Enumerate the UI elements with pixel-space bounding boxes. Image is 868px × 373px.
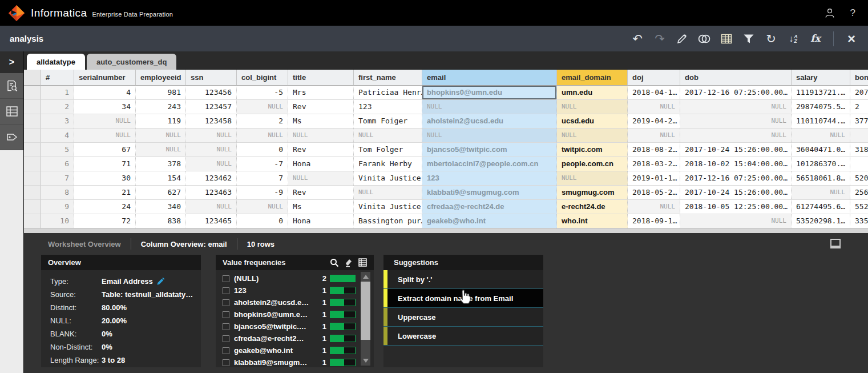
cell-serialnumber[interactable]: 72 xyxy=(74,214,136,228)
list-view-icon[interactable] xyxy=(358,258,367,267)
cell-col_bigint[interactable]: NULL xyxy=(237,100,288,114)
value-label[interactable]: 123 xyxy=(234,286,317,295)
join-venn-icon[interactable] xyxy=(697,31,711,46)
value-checkbox[interactable] xyxy=(223,311,229,318)
cell-bonus[interactable]: 5527 xyxy=(850,200,868,214)
cell-dob[interactable]: 2018-10-02 15:04:00.00… xyxy=(680,157,792,171)
cell-title[interactable]: Ms xyxy=(288,114,354,129)
cell-doj[interactable]: 2019-04-2… xyxy=(628,114,680,129)
row-selector[interactable] xyxy=(24,200,41,214)
cell-first_name[interactable]: Bassington pur… xyxy=(354,214,422,228)
undo-icon[interactable]: ↶ xyxy=(631,31,644,46)
column-header-serialnumber[interactable]: serialnumber xyxy=(74,70,136,86)
column-header-title[interactable]: title xyxy=(288,70,354,86)
horizontal-scrollbar[interactable] xyxy=(24,228,868,233)
cell-dob[interactable]: NULL xyxy=(680,114,792,129)
value-label[interactable]: (NULL) xyxy=(234,274,317,283)
filter-icon[interactable] xyxy=(742,31,756,46)
cell-ssn[interactable]: 123457 xyxy=(186,100,237,114)
cell-serialnumber[interactable]: 34 xyxy=(74,100,136,114)
maximize-panel-icon[interactable] xyxy=(830,239,841,248)
cell-ssn[interactable]: NULL xyxy=(186,157,237,171)
cell-employeeid[interactable]: 243 xyxy=(136,100,186,114)
cell-salary[interactable]: 110110744.… xyxy=(792,114,850,129)
cell-serialnumber[interactable]: 30 xyxy=(74,171,136,186)
eraser-icon[interactable] xyxy=(344,258,353,267)
column-header-salary[interactable]: salary xyxy=(792,70,850,86)
cell-first_name[interactable]: Farank Herby xyxy=(354,157,422,171)
cell-serialnumber[interactable]: NULL xyxy=(74,129,136,143)
cell-dob[interactable]: 2018-10-05 12:25:00.00… xyxy=(680,200,792,214)
sidebar-item-steps[interactable] xyxy=(0,125,23,150)
cell-num[interactable]: 2 xyxy=(41,100,74,114)
cell-num[interactable]: 1 xyxy=(41,86,74,100)
help-icon[interactable]: ? xyxy=(850,7,855,19)
cell-first_name[interactable]: Vinita Justice xyxy=(354,171,422,186)
cell-col_bigint[interactable]: 0 xyxy=(237,214,288,228)
cell-serialnumber[interactable]: 71 xyxy=(74,157,136,171)
cell-email_domain[interactable]: umn.edu xyxy=(557,86,628,100)
cell-doj[interactable]: NULL xyxy=(628,129,680,143)
row-selector[interactable] xyxy=(24,100,41,114)
cell-num[interactable]: 5 xyxy=(41,143,74,157)
value-checkbox[interactable] xyxy=(223,287,229,294)
cell-title[interactable]: Rev xyxy=(288,186,354,200)
cell-dob[interactable]: NULL xyxy=(680,100,792,114)
value-checkbox[interactable] xyxy=(223,323,229,330)
cell-col_bigint[interactable]: -9 xyxy=(237,186,288,200)
sidebar-item-worksheets[interactable] xyxy=(0,99,23,125)
column-header-email_domain[interactable]: email_domain xyxy=(557,70,628,86)
cell-title[interactable]: Rev xyxy=(288,143,354,157)
value-label[interactable]: bjancso5@twitpic.… xyxy=(234,322,317,331)
worksheet-tab-alldatatype[interactable]: alldatatype xyxy=(27,54,85,70)
cell-email[interactable]: klabbati9@smugmug.com xyxy=(422,186,557,200)
cell-serialnumber[interactable]: 67 xyxy=(74,143,136,157)
cell-num[interactable]: 3 xyxy=(41,114,74,129)
value-label[interactable]: cfredaa@e-recht2… xyxy=(234,334,317,343)
column-header-email[interactable]: email xyxy=(422,70,557,86)
search-icon[interactable] xyxy=(330,258,339,267)
value-checkbox[interactable] xyxy=(223,359,229,366)
cell-dob[interactable]: NULL xyxy=(680,129,792,143)
cell-num[interactable]: 9 xyxy=(41,200,74,214)
cell-doj[interactable]: 2019-01-1… xyxy=(628,171,680,186)
cell-salary[interactable]: 111913721.… xyxy=(792,86,850,100)
cell-email_domain[interactable]: twitpic.com xyxy=(557,143,628,157)
cell-bonus[interactable]: 3356 xyxy=(850,214,868,228)
cell-title[interactable]: Hona xyxy=(288,214,354,228)
cell-email[interactable]: 123 xyxy=(422,171,557,186)
cell-employeeid[interactable]: 627 xyxy=(136,186,186,200)
cell-doj[interactable]: 2018-03-2… xyxy=(628,157,680,171)
row-selector[interactable] xyxy=(24,143,41,157)
cell-bonus[interactable]: 3771 xyxy=(850,114,868,129)
cell-salary[interactable]: NULL xyxy=(792,129,850,143)
cell-bonus[interactable]: 5202 xyxy=(850,171,868,186)
cell-ssn[interactable]: 123456 xyxy=(186,86,237,100)
cell-salary[interactable]: 36040471.0… xyxy=(792,143,850,157)
cell-title[interactable]: Ms xyxy=(288,200,354,214)
cell-email_domain[interactable]: ucsd.edu xyxy=(557,114,628,129)
cell-first_name[interactable]: 123 xyxy=(354,100,422,114)
cell-num[interactable]: 4 xyxy=(41,129,74,143)
column-header-doj[interactable]: doj xyxy=(628,70,680,86)
table-view-icon[interactable] xyxy=(720,31,733,46)
suggestion-item[interactable]: Split by '.' xyxy=(383,270,543,289)
cell-ssn[interactable]: 123463 xyxy=(186,186,237,200)
cell-num[interactable]: 7 xyxy=(41,171,74,186)
row-selector[interactable] xyxy=(24,186,41,200)
cell-serialnumber[interactable]: 4 xyxy=(74,86,136,100)
redo-icon[interactable]: ↷ xyxy=(653,31,667,46)
cell-title[interactable]: NULL xyxy=(288,129,354,143)
cell-serialnumber[interactable]: 24 xyxy=(74,200,136,214)
value-checkbox[interactable] xyxy=(223,347,229,354)
value-list-scrollbar[interactable] xyxy=(361,272,370,366)
row-selector[interactable] xyxy=(24,214,41,228)
cell-email_domain[interactable]: NULL xyxy=(557,129,628,143)
cell-num[interactable]: 8 xyxy=(41,186,74,200)
edit-pencil-icon[interactable] xyxy=(675,31,689,46)
column-header-employeeid[interactable]: employeeid xyxy=(136,70,186,86)
cell-doj[interactable]: 2018-08-2… xyxy=(628,143,680,157)
suggestion-item[interactable]: Extract domain name from Email xyxy=(383,289,543,308)
cell-ssn[interactable]: NULL xyxy=(186,143,237,157)
cell-doj[interactable]: 2018-05-2… xyxy=(628,186,680,200)
